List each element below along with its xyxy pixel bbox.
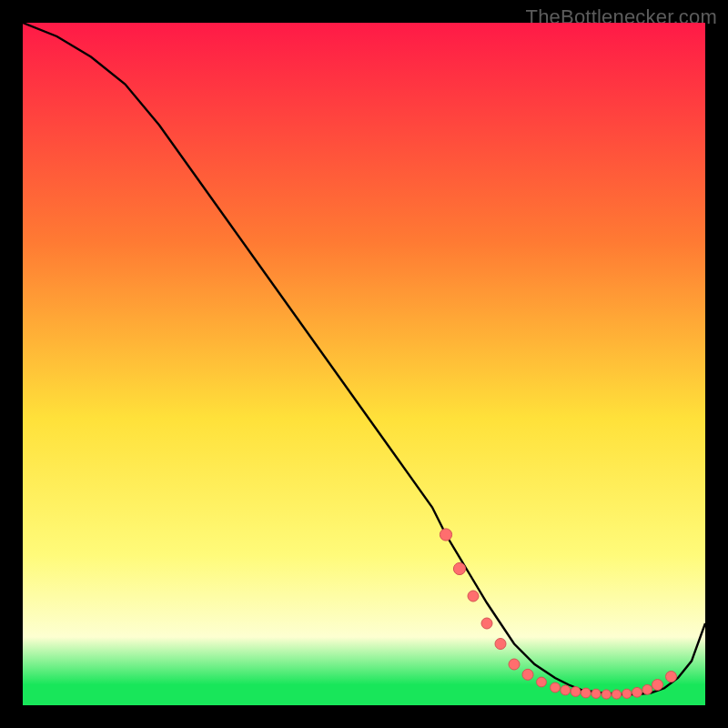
curve-marker — [453, 562, 465, 574]
curve-marker — [642, 684, 652, 694]
curve-marker — [602, 690, 611, 699]
curve-marker — [652, 680, 663, 691]
curve-marker — [481, 618, 492, 629]
curve-marker — [509, 659, 520, 670]
curve-marker — [495, 639, 506, 650]
chart-frame: TheBottlenecker.com — [0, 0, 728, 728]
curve-marker — [468, 591, 479, 602]
curve-marker — [581, 688, 591, 698]
curve-marker — [522, 669, 533, 680]
curve-marker — [551, 682, 561, 693]
curve-marker — [612, 690, 621, 699]
chart-svg — [23, 23, 705, 705]
curve-marker — [537, 677, 547, 687]
curve-marker — [592, 689, 601, 698]
curve-marker — [440, 529, 451, 541]
curve-marker — [571, 687, 581, 697]
curve-marker — [561, 685, 571, 695]
curve-marker — [622, 689, 632, 698]
curve-marker — [666, 672, 677, 682]
heatmap-bg — [23, 23, 705, 705]
curve-marker — [632, 687, 642, 697]
plot-area — [23, 23, 705, 705]
